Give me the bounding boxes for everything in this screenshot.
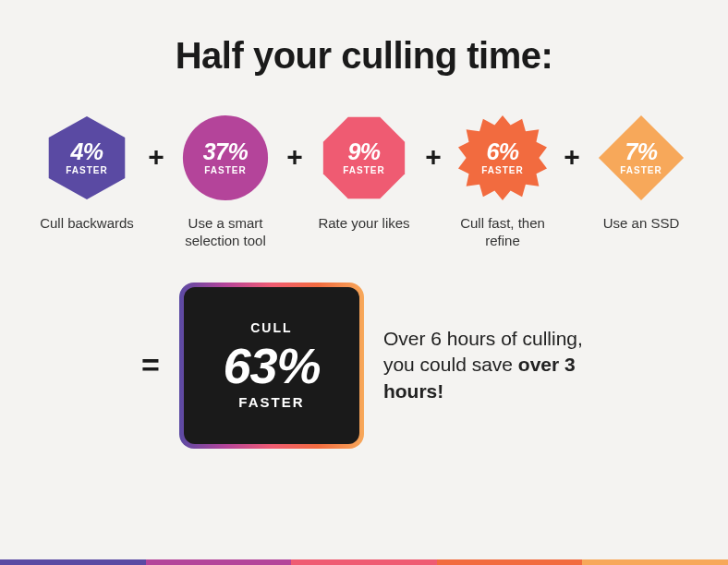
badge-sub: FASTER bbox=[66, 165, 107, 175]
stripe-segment bbox=[582, 559, 728, 565]
badge-sub: FASTER bbox=[203, 165, 249, 175]
badge-use-ssd: 7% FASTER Use an SSD bbox=[583, 114, 699, 233]
plus-icon: + bbox=[561, 141, 583, 173]
badge-rate-likes: 9% FASTER Rate your likes bbox=[306, 114, 422, 233]
badge-percent: 9% bbox=[343, 140, 384, 163]
stripe-segment bbox=[146, 559, 292, 565]
badge-cull-fast-refine: 6% FASTER Cull fast, then refine bbox=[444, 114, 561, 250]
page-title: Half your culling time: bbox=[0, 0, 728, 77]
badge-percent: 6% bbox=[481, 140, 523, 163]
badge-percent: 4% bbox=[66, 140, 107, 163]
badge-caption: Use an SSD bbox=[603, 215, 680, 233]
stripe-segment bbox=[437, 559, 583, 565]
badge-caption: Cull fast, then refine bbox=[444, 215, 561, 250]
badge-percent: 7% bbox=[620, 140, 661, 163]
plus-icon: + bbox=[145, 141, 167, 173]
footer-stripe bbox=[0, 559, 728, 565]
octagon-icon: 9% FASTER bbox=[320, 114, 408, 202]
badge-sub: FASTER bbox=[343, 165, 384, 175]
badges-row: 4% FASTER Cull backwards + 37% FASTER Us… bbox=[0, 114, 728, 250]
badge-caption: Use a smart selection tool bbox=[167, 215, 284, 250]
plus-icon: + bbox=[284, 141, 306, 173]
diamond-icon: 7% FASTER bbox=[597, 114, 686, 202]
badge-sub: FASTER bbox=[620, 165, 661, 175]
badge-cull-backwards: 4% FASTER Cull backwards bbox=[29, 114, 145, 233]
badge-caption: Cull backwards bbox=[40, 215, 134, 233]
badge-caption: Rate your likes bbox=[318, 215, 409, 233]
circle-icon: 37% FASTER bbox=[181, 114, 270, 202]
equals-icon: = bbox=[141, 347, 160, 383]
stripe-segment bbox=[291, 559, 437, 565]
badge-sub: FASTER bbox=[481, 165, 523, 175]
badge-percent: 37% bbox=[203, 140, 249, 163]
result-top-label: CULL bbox=[250, 320, 292, 335]
summary-text: Over 6 hours of culling, you could save … bbox=[383, 326, 587, 404]
stripe-segment bbox=[0, 559, 146, 565]
badge-smart-selection: 37% FASTER Use a smart selection tool bbox=[167, 114, 284, 250]
result-bottom-label: FASTER bbox=[238, 394, 304, 410]
hexagon-icon: 4% FASTER bbox=[42, 114, 131, 202]
result-percent: 63% bbox=[223, 341, 320, 391]
starburst-icon: 6% FASTER bbox=[458, 114, 547, 202]
result-box: CULL 63% FASTER bbox=[184, 287, 359, 444]
result-row: = CULL 63% FASTER Over 6 hours of cullin… bbox=[0, 287, 728, 444]
plus-icon: + bbox=[422, 141, 444, 173]
